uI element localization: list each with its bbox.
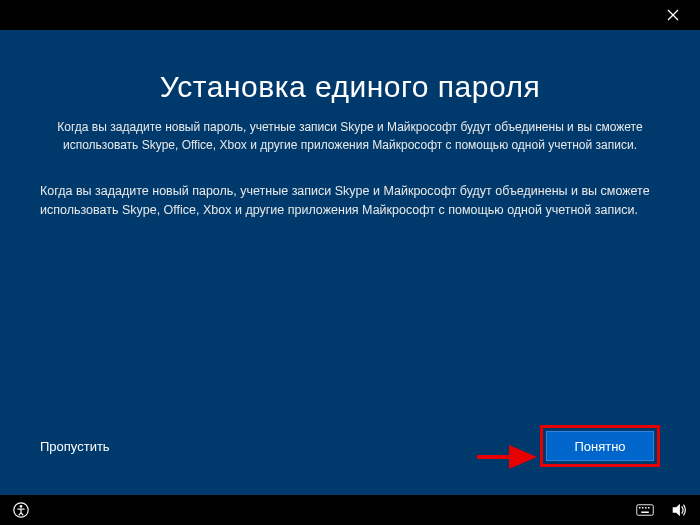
taskbar [0,495,700,525]
svg-rect-10 [637,505,654,516]
spacer [40,228,660,426]
svg-point-5 [20,505,23,508]
taskbar-left [12,501,30,519]
titlebar [0,0,700,30]
volume-button[interactable] [670,501,688,519]
svg-line-9 [21,513,23,516]
svg-rect-15 [641,512,649,514]
keyboard-icon [636,501,654,519]
svg-rect-12 [642,507,644,509]
taskbar-right [636,501,688,519]
svg-rect-11 [639,507,641,509]
primary-button[interactable]: Понятно [546,431,654,461]
skip-link[interactable]: Пропустить [40,439,110,454]
close-button[interactable] [658,0,688,30]
dialog-footer: Пропустить Понятно [40,425,660,467]
keyboard-button[interactable] [636,501,654,519]
close-icon [667,9,679,21]
annotation-highlight: Понятно [540,425,660,467]
ease-of-access-icon [12,501,30,519]
dialog-body: Когда вы зададите новый пароль, учетные … [40,182,660,220]
volume-icon [670,501,688,519]
svg-rect-14 [648,507,650,509]
dialog-heading: Установка единого пароля [40,70,660,104]
dialog-subheading: Когда вы зададите новый пароль, учетные … [40,118,660,154]
ease-of-access-button[interactable] [12,501,30,519]
svg-rect-13 [645,507,647,509]
dialog-content: Установка единого пароля Когда вы задади… [0,30,700,495]
setup-dialog-window: Установка единого пароля Когда вы задади… [0,0,700,525]
svg-marker-16 [673,504,680,517]
